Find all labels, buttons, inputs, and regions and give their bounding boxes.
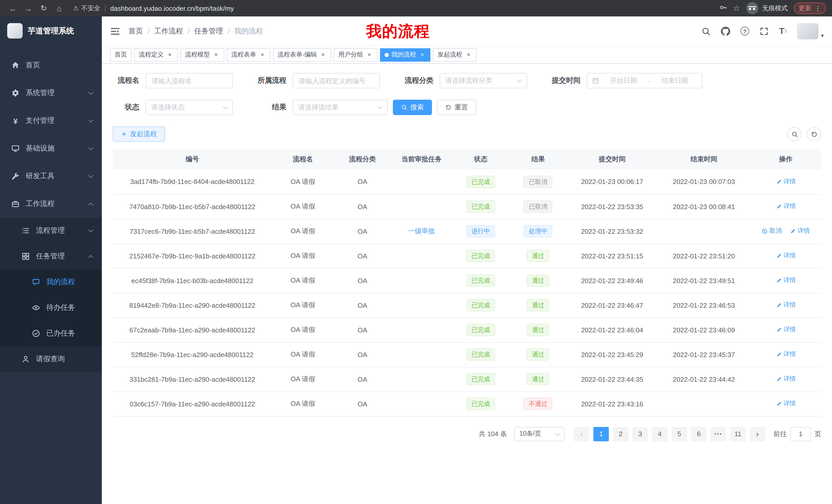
detail-link[interactable]: 详情: [776, 251, 796, 260]
cell-category: OA: [334, 244, 391, 268]
grid-icon: [22, 252, 30, 260]
table-row: 7317cec6-7b9b-11ec-b5b7-acde48001122 OA …: [113, 219, 821, 244]
goto-page-input[interactable]: [790, 427, 811, 441]
category-select[interactable]: 请选择流程分类: [440, 73, 527, 88]
tab-close-icon[interactable]: [419, 51, 426, 58]
tab[interactable]: 我的流程: [380, 48, 431, 61]
sidebar-item-dev-tools[interactable]: 研发工具: [0, 162, 102, 190]
cancel-icon: [762, 228, 768, 234]
process-name-input[interactable]: [146, 73, 233, 88]
tab[interactable]: 流程表单: [227, 48, 270, 61]
prev-page-button[interactable]: [574, 427, 589, 441]
result-badge: 通过: [527, 348, 549, 361]
result-select[interactable]: 请选择流结果: [293, 100, 388, 115]
update-button[interactable]: 更新: [794, 3, 826, 14]
sidebar-toggle-icon[interactable]: [110, 26, 120, 36]
security-warning[interactable]: 不安全: [73, 4, 101, 12]
cell-category: OA: [334, 170, 391, 194]
profile-chip[interactable]: 无痕模式: [746, 2, 788, 15]
detail-link[interactable]: 详情: [776, 276, 796, 285]
detail-link[interactable]: 详情: [776, 350, 796, 359]
fullscreen-icon[interactable]: [759, 26, 769, 36]
page-size-select[interactable]: 10条/页: [514, 427, 565, 441]
tab[interactable]: 流程模型: [181, 48, 224, 61]
sidebar-item-payment-mgmt[interactable]: ¥ 支付管理: [0, 107, 102, 135]
sidebar-item-my-process[interactable]: 我的流程: [0, 269, 102, 295]
sidebar-item-done-tasks[interactable]: 已办任务: [0, 320, 102, 346]
search-button[interactable]: 搜索: [393, 100, 432, 115]
tab[interactable]: 用户分组: [334, 48, 378, 61]
detail-link[interactable]: 详情: [776, 301, 796, 310]
page-button[interactable]: 6: [691, 427, 706, 441]
next-page-button[interactable]: [750, 427, 765, 441]
tab[interactable]: 首页: [110, 48, 132, 61]
detail-link[interactable]: 详情: [776, 326, 796, 334]
page-button[interactable]: 11: [730, 427, 746, 441]
breadcrumb-workflow[interactable]: 工作流程: [154, 26, 183, 36]
detail-link[interactable]: 详情: [776, 202, 796, 211]
cell-result: 通过: [509, 244, 567, 268]
refresh-table-button[interactable]: [807, 127, 821, 141]
font-size-icon[interactable]: [779, 26, 787, 36]
sidebar-item-leave-query[interactable]: 请假查询: [0, 346, 102, 372]
breadcrumb-current: 我的流程: [234, 26, 263, 36]
tab-close-icon[interactable]: [366, 51, 373, 58]
github-icon[interactable]: [721, 26, 730, 36]
sidebar-item-infrastructure[interactable]: 基础设施: [0, 135, 102, 162]
sidebar-item-workflow[interactable]: 工作流程: [0, 190, 102, 218]
sidebar-item-todo-tasks[interactable]: 待办任务: [0, 295, 102, 320]
browser-forward-icon[interactable]: [22, 2, 35, 15]
tab-close-icon[interactable]: [212, 51, 219, 58]
cancel-link[interactable]: 取消: [762, 227, 782, 235]
browser-menu-icon[interactable]: [814, 4, 821, 12]
sidebar-item-home[interactable]: 首页: [0, 51, 102, 79]
cell-actions: 详情: [750, 293, 821, 317]
status-select[interactable]: 请选择状态: [146, 100, 233, 115]
cell-id: 67c2eaab-7b9a-11ec-a290-acde48001122: [113, 317, 272, 342]
tab-close-icon[interactable]: [166, 51, 173, 58]
page-button[interactable]: 3: [632, 427, 648, 441]
current-task-link[interactable]: 一级审批: [408, 227, 435, 235]
cell-end-time: 2022-01-22 23:51:20: [657, 244, 750, 268]
sidebar-item-system-mgmt[interactable]: 系统管理: [0, 79, 102, 107]
bookmark-star-icon[interactable]: [733, 4, 740, 13]
tab-close-icon[interactable]: [319, 51, 327, 58]
help-icon[interactable]: [740, 27, 749, 35]
tab-close-icon[interactable]: [465, 51, 472, 58]
create-process-button[interactable]: 发起流程: [113, 127, 165, 142]
page-button[interactable]: 4: [652, 427, 668, 441]
tab[interactable]: 流程表单-编辑: [273, 48, 331, 61]
submit-time-range-picker[interactable]: 开始日期 - 结束日期: [587, 73, 702, 88]
breadcrumb-home[interactable]: 首页: [129, 26, 143, 36]
browser-home-icon[interactable]: [52, 2, 66, 15]
toggle-search-button[interactable]: [787, 127, 802, 141]
status-badge: 已完成: [466, 299, 495, 311]
password-key-icon[interactable]: [719, 3, 727, 13]
page-button[interactable]: 5: [672, 427, 687, 441]
address-bar[interactable]: 不安全 dashboard.yudao.iocoder.cn/bpm/task/…: [73, 4, 717, 12]
process-definition-input[interactable]: [293, 73, 380, 88]
page-button[interactable]: 1: [593, 427, 609, 441]
page-button[interactable]: 2: [613, 427, 628, 441]
header-search-icon[interactable]: [701, 26, 711, 36]
tab-close-icon[interactable]: [259, 51, 266, 58]
tab[interactable]: 流程定义: [134, 48, 178, 61]
sidebar-item-process-mgmt[interactable]: 流程管理: [0, 218, 102, 244]
detail-link[interactable]: 详情: [776, 177, 796, 186]
detail-link[interactable]: 详情: [776, 399, 796, 408]
breadcrumb-task-mgmt[interactable]: 任务管理: [194, 26, 223, 36]
app-logo[interactable]: 芋道管理系统: [0, 17, 102, 45]
detail-link[interactable]: 详情: [776, 375, 796, 384]
cell-name: OA 请假: [272, 194, 334, 219]
tab[interactable]: 发起流程: [433, 48, 477, 61]
cell-status: 已完成: [452, 194, 509, 219]
screen: 不安全 dashboard.yudao.iocoder.cn/bpm/task/…: [0, 0, 832, 504]
sidebar-item-task-mgmt[interactable]: 任务管理: [0, 244, 102, 269]
browser-reload-icon[interactable]: [37, 2, 50, 15]
chevron-down-icon: [88, 227, 93, 232]
detail-link[interactable]: 详情: [790, 227, 810, 235]
browser-back-icon[interactable]: [6, 2, 20, 15]
page-button[interactable]: •••: [711, 427, 726, 441]
user-avatar[interactable]: [797, 23, 824, 39]
reset-button[interactable]: 重置: [437, 100, 476, 115]
